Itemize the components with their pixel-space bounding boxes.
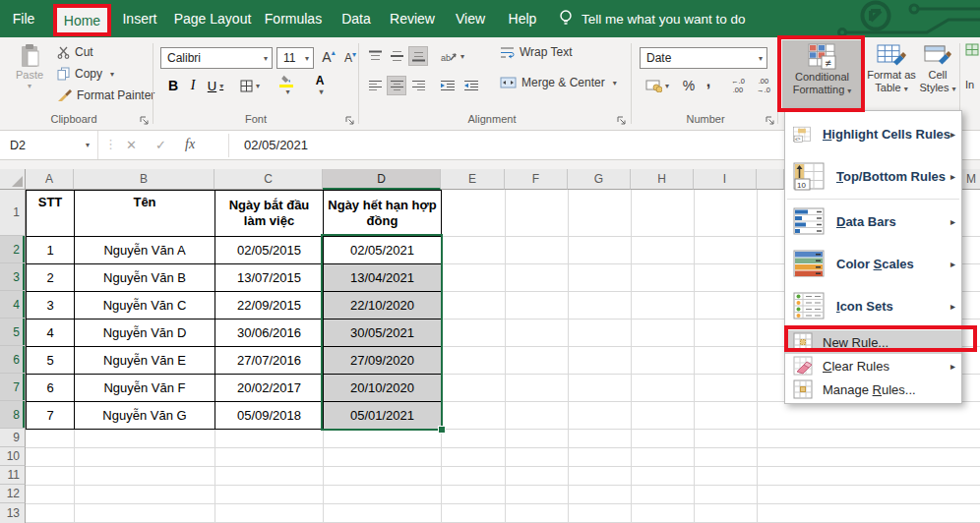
cell-C3[interactable]: 13/07/2015 (215, 264, 324, 292)
row-header-8[interactable]: 8 (0, 401, 26, 429)
font-color-button[interactable]: A (305, 75, 335, 96)
font-size-combo[interactable]: 11 ▾ (276, 47, 314, 69)
row-header-2[interactable]: 2 (0, 236, 26, 263)
menu-item-clear-rules[interactable]: Clear Rules ▸ (785, 354, 961, 378)
tab-page-layout[interactable]: Page Layout (173, 0, 252, 37)
number-format-combo[interactable]: Date ▾ (640, 47, 767, 69)
cell-C5[interactable]: 30/06/2016 (215, 320, 324, 347)
tell-me-box[interactable]: Tell me what you want to do (559, 0, 795, 37)
col-header-B[interactable]: B (74, 169, 214, 190)
row-header-6[interactable]: 6 (0, 346, 26, 374)
underline-button[interactable]: U (203, 75, 228, 96)
comma-style-button[interactable]: , (701, 71, 716, 92)
row-header-4[interactable]: 4 (0, 291, 26, 319)
cell-A8[interactable]: 7 (27, 402, 75, 430)
cell-A4[interactable]: 3 (27, 292, 75, 320)
cell-B7[interactable]: Nguyễn Văn F (75, 375, 215, 402)
col-header-G[interactable]: G (568, 169, 631, 190)
row-header-1[interactable]: 1 (0, 190, 26, 236)
tab-formulas[interactable]: Formulas (262, 0, 325, 37)
row-header-5[interactable]: 5 (0, 319, 26, 346)
align-center-button-selected[interactable] (387, 76, 406, 95)
row-header-11[interactable]: 11 (0, 466, 26, 485)
clipboard-dialog-launcher-icon[interactable] (139, 115, 150, 126)
tab-help[interactable]: Help (504, 0, 541, 37)
cell-B4[interactable]: Nguyễn Văn C (75, 292, 215, 320)
font-dialog-launcher-icon[interactable] (344, 115, 355, 126)
col-header-M-partial[interactable]: M (962, 169, 980, 190)
align-left-button[interactable] (365, 76, 385, 95)
format-as-table-button[interactable]: Format as Table (866, 43, 917, 94)
chevron-down-icon[interactable]: ▾ (264, 54, 268, 63)
cell-C8[interactable]: 05/09/2018 (215, 402, 324, 430)
align-bottom-button-selected[interactable] (408, 46, 428, 66)
wrap-text-button[interactable]: Wrap Text (500, 45, 573, 59)
number-dialog-launcher-icon[interactable] (765, 115, 775, 126)
copy-button[interactable]: Copy (57, 67, 114, 81)
col-header-J-partial[interactable] (757, 169, 784, 190)
row-header-9[interactable]: 9 (0, 429, 26, 447)
row-header-3[interactable]: 3 (0, 263, 26, 291)
increase-decimal-button[interactable]: ←.0 .00 (726, 75, 750, 96)
cell-B1[interactable]: Tên (75, 191, 215, 237)
align-top-button[interactable] (365, 46, 385, 66)
name-box-caret-icon[interactable]: ▾ (86, 141, 90, 149)
cell-A5[interactable]: 4 (27, 320, 75, 347)
font-family-combo[interactable]: Calibri ▾ (160, 47, 273, 69)
menu-item-data-bars[interactable]: Data Bars ▸ (785, 201, 961, 243)
cell-B6[interactable]: Nguyễn Văn E (75, 347, 215, 375)
cell-D8[interactable]: 05/01/2021 (324, 402, 442, 430)
cell-B2[interactable]: Nguyễn Văn A (75, 237, 215, 264)
increase-indent-button[interactable] (460, 76, 482, 95)
cell-A1[interactable]: STT (27, 191, 75, 237)
col-header-F[interactable]: F (505, 169, 568, 190)
decrease-indent-button[interactable] (437, 76, 459, 95)
enter-check-icon[interactable]: ✓ (155, 138, 166, 152)
accounting-format-button[interactable] (642, 75, 673, 96)
row-header-13[interactable]: 13 (0, 503, 26, 523)
percent-style-button[interactable]: % (679, 75, 699, 96)
borders-button[interactable] (236, 75, 264, 96)
cell-C7[interactable]: 20/02/2017 (215, 375, 324, 402)
orientation-button[interactable]: ab (437, 46, 468, 66)
cell-D4[interactable]: 22/10/2020 (324, 292, 442, 320)
decrease-decimal-button[interactable]: .00 →.0 (752, 75, 775, 96)
name-box[interactable]: D2 ▾ (0, 131, 98, 159)
select-all-corner[interactable] (0, 169, 26, 190)
tab-file[interactable]: File (8, 0, 39, 37)
menu-item-manage-rules[interactable]: Manage Rules... (785, 378, 961, 401)
formula-bar-grip-icon[interactable]: ⋮ (104, 137, 117, 151)
paste-button[interactable]: Paste ▾ (8, 43, 51, 91)
format-painter-button[interactable]: Format Painter (57, 88, 154, 102)
italic-button[interactable]: I (185, 75, 201, 96)
cell-B3[interactable]: Nguyễn Văn B (75, 264, 215, 292)
fill-color-button[interactable] (272, 75, 301, 96)
bold-button[interactable]: B (164, 75, 182, 96)
cell-C4[interactable]: 22/09/2015 (215, 292, 324, 320)
cell-C2[interactable]: 02/05/2015 (215, 237, 324, 264)
grow-font-button[interactable]: A▴ (319, 46, 338, 68)
menu-item-top-bottom-rules[interactable]: 10 Top/Bottom Rules ▸ (785, 155, 961, 198)
cell-A3[interactable]: 2 (27, 264, 75, 292)
cell-D7[interactable]: 20/10/2020 (324, 375, 442, 402)
tab-view[interactable]: View (453, 0, 488, 37)
cell-D6[interactable]: 27/09/2020 (324, 347, 442, 375)
merge-center-button[interactable]: Merge & Center (500, 76, 617, 89)
align-middle-button[interactable] (387, 46, 406, 66)
tab-review[interactable]: Review (388, 0, 437, 37)
tab-insert[interactable]: Insert (118, 0, 161, 37)
align-right-button[interactable] (408, 76, 428, 95)
formula-bar-value[interactable]: 02/05/2021 (244, 138, 308, 152)
menu-item-color-scales[interactable]: Color Scales ▸ (785, 243, 961, 285)
col-header-D-selected[interactable]: D (323, 169, 441, 190)
insert-function-fx-icon[interactable]: fx (185, 137, 195, 152)
cell-D3[interactable]: 13/04/2021 (324, 264, 442, 292)
conditional-formatting-button[interactable]: ≠ Conditional Formatting (782, 40, 862, 109)
cell-C1[interactable]: Ngày bắt đầu làm việc (215, 191, 324, 237)
cancel-icon[interactable]: ✕ (126, 138, 137, 152)
col-header-E[interactable]: E (441, 169, 505, 190)
cell-A2[interactable]: 1 (27, 237, 75, 264)
cell-C6[interactable]: 27/07/2016 (215, 347, 324, 375)
row-header-12[interactable]: 12 (0, 485, 26, 503)
tab-data[interactable]: Data (338, 0, 374, 37)
